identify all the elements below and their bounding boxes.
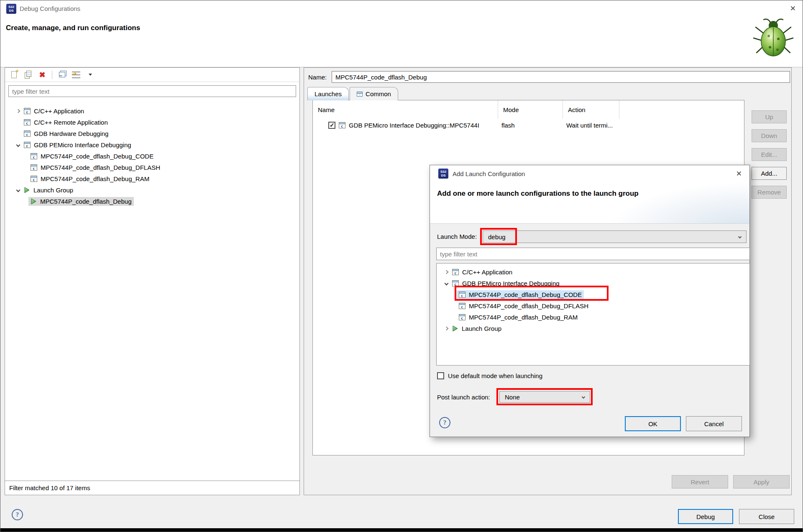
debug-bug-image [752,17,794,59]
chevron-down-icon [738,235,742,238]
chevron-down-icon[interactable] [444,281,448,286]
column-header-mode[interactable]: Mode [498,100,563,119]
c-launch-icon [459,303,465,309]
tree-item-debug-code-selected[interactable]: MPC5744P_code_dflash_Debug_CODE [437,289,749,300]
configurations-panel: ✖ C/C++ Application C/C++ Remote Applica… [5,67,300,495]
c-launch-icon [24,108,31,114]
close-button[interactable]: Close [739,509,794,524]
tree-item-cpp-application[interactable]: C/C++ Application [5,105,299,117]
up-button[interactable]: Up [752,110,787,123]
add-launch-configuration-dialog: S32 DS Add Launch Configuration ✕ Add on… [430,165,750,437]
c-launch-icon [459,314,465,320]
tree-item-debug-ram[interactable]: MPC5744P_code_dflash_Debug_RAM [5,173,299,184]
tree-item-gdb-hardware-debugging[interactable]: GDB Hardware Debugging [5,128,299,139]
launch-group-icon [24,187,30,193]
column-header-name[interactable]: Name [313,100,498,119]
tab-label: Launches [315,90,342,97]
logo-text-top: S32 [8,5,14,9]
c-launch-icon [24,130,31,137]
row-action: Wait until termi... [563,122,619,129]
duplicate-configuration-icon[interactable] [23,70,33,79]
tree-item-cpp-application[interactable]: C/C++ Application [437,266,749,278]
launch-mode-dropdown[interactable]: debug [483,230,747,243]
filter-status-text: Filter matched 10 of 17 items [5,481,299,495]
cancel-button[interactable]: Cancel [686,416,742,431]
ok-button[interactable]: OK [625,416,681,431]
dialog-title: Add Launch Configuration [453,170,525,177]
add-button[interactable]: Add... [752,167,787,180]
column-header-action[interactable]: Action [563,100,619,119]
revert-button[interactable]: Revert [672,475,728,489]
edit-button[interactable]: Edit... [752,148,787,161]
c-launch-icon [452,280,459,286]
tree-item-launch-group[interactable]: Launch Group [5,184,299,196]
chevron-down-icon[interactable] [16,143,20,147]
help-icon[interactable]: ? [12,509,23,520]
tree-item-label: GDB Hardware Debugging [34,130,108,137]
use-default-mode-row[interactable]: Use default mode when launching [437,372,542,379]
bottom-edge-strip [0,528,803,532]
debug-button[interactable]: Debug [678,509,733,524]
chevron-right-icon[interactable] [16,109,20,113]
c-launch-icon [24,119,31,125]
debug-configurations-window: S32 DS Debug Configurations ✕ Create, ma… [0,0,803,532]
c-launch-icon [24,142,31,148]
row-mode: flash [498,122,563,129]
configuration-name-input[interactable] [332,71,790,83]
s32ds-app-icon: S32 DS [6,4,16,14]
filter-input[interactable] [8,85,296,97]
window-title: Debug Configurations [20,5,80,12]
tree-item-cpp-remote-application[interactable]: C/C++ Remote Application [5,117,299,128]
launch-mode-value: debug [483,233,506,240]
delete-configuration-icon[interactable]: ✖ [38,70,47,79]
dialog-close-icon[interactable]: ✕ [736,169,742,178]
filter-configurations-icon[interactable] [72,70,81,79]
chevron-down-icon [582,395,585,399]
close-icon[interactable]: ✕ [790,4,796,13]
tree-item-gdb-pemicro[interactable]: GDB PEMicro Interface Debugging [437,278,749,289]
tree-item-debug-dflash[interactable]: MPC5744P_code_dflash_Debug_DFLASH [5,162,299,173]
tree-item-label: GDB PEMicro Interface Debugging [34,141,131,148]
tree-item-launch-group-debug-selected[interactable]: MPC5744P_code_dflash_Debug [5,196,299,207]
common-tab-icon [357,92,363,97]
tree-item-label: MPC5744P_code_dflash_Debug_CODE [469,291,582,298]
logo-text-bottom: DS [441,174,445,177]
name-label: Name: [308,74,327,81]
page-title: Create, manage, and run configurations [6,24,140,32]
tree-item-debug-code[interactable]: MPC5744P_code_dflash_Debug_CODE [5,151,299,162]
configurations-toolbar: ✖ [5,68,299,82]
chevron-down-icon[interactable] [16,188,20,192]
s32ds-app-icon: S32 DS [438,169,448,179]
use-default-mode-checkbox[interactable] [437,372,444,379]
remove-button[interactable]: Remove [752,186,787,199]
dialog-filter-input[interactable] [436,248,750,260]
dialog-configurations-tree: C/C++ Application GDB PEMicro Interface … [436,263,750,366]
chevron-right-icon[interactable] [444,327,448,331]
dialog-message: Add one or more launch configurations to… [437,189,639,198]
tree-item-debug-ram[interactable]: MPC5744P_code_dflash_Debug_RAM [437,312,749,323]
row-checkbox[interactable] [328,122,335,129]
chevron-right-icon[interactable] [444,270,448,274]
view-menu-dropdown-icon[interactable] [86,70,95,79]
tree-item-gdb-pemicro[interactable]: GDB PEMicro Interface Debugging [5,139,299,151]
title-bar: S32 DS Debug Configurations ✕ [0,0,803,17]
tree-item-label: C/C++ Application [462,269,512,276]
tab-launches[interactable]: Launches [307,87,349,100]
logo-text-bottom: DS [9,9,13,13]
logo-text-top: S32 [440,170,446,174]
tab-common[interactable]: Common [350,87,398,100]
post-launch-action-dropdown[interactable]: None [499,391,590,403]
apply-button[interactable]: Apply [733,475,790,489]
tree-item-label: MPC5744P_code_dflash_Debug_DFLASH [41,164,160,171]
dialog-help-icon[interactable]: ? [439,417,450,428]
collapse-all-icon[interactable] [57,70,66,79]
tree-item-label: MPC5744P_code_dflash_Debug_RAM [41,175,149,182]
new-configuration-icon[interactable] [9,70,18,79]
tree-item-launch-group[interactable]: Launch Group [437,323,749,334]
tree-item-label: C/C++ Application [34,107,84,115]
table-row[interactable]: GDB PEMicro Interface Debugging::MPC5744… [313,119,744,131]
tree-item-debug-dflash[interactable]: MPC5744P_code_dflash_Debug_DFLASH [437,300,749,312]
down-button[interactable]: Down [752,129,787,142]
tree-item-label: GDB PEMicro Interface Debugging [462,280,560,287]
c-launch-icon [452,269,459,275]
